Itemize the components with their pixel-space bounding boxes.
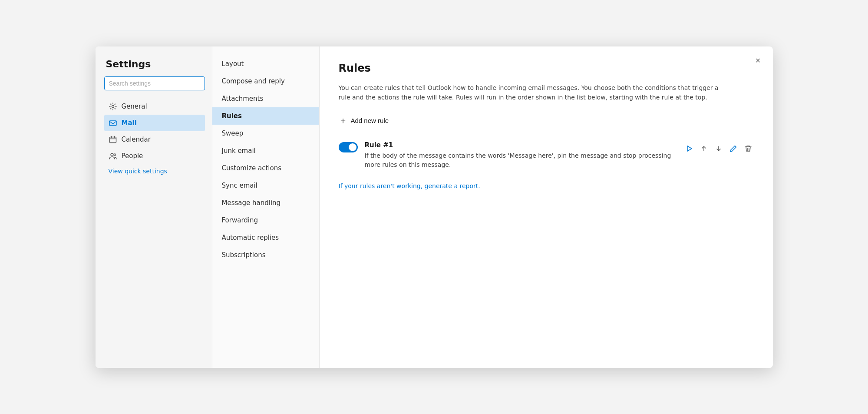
page-title: Rules xyxy=(339,62,754,74)
sidebar-item-mail-label: Mail xyxy=(122,119,137,127)
middle-item-compose-reply[interactable]: Compose and reply xyxy=(212,73,319,90)
rule-name: Rule #1 xyxy=(365,141,677,149)
middle-item-attachments[interactable]: Attachments xyxy=(212,90,319,107)
middle-item-junk-email[interactable]: Junk email xyxy=(212,142,319,159)
middle-item-sync-email[interactable]: Sync email xyxy=(212,177,319,194)
delete-rule-button[interactable] xyxy=(743,143,754,154)
middle-item-customize-actions[interactable]: Customize actions xyxy=(212,159,319,177)
svg-rect-2 xyxy=(109,137,116,142)
sidebar-item-calendar-label: Calendar xyxy=(122,136,151,143)
svg-point-3 xyxy=(111,153,113,156)
rules-description: You can create rules that tell Outlook h… xyxy=(339,83,729,103)
view-quick-settings-link[interactable]: View quick settings xyxy=(104,165,205,177)
middle-item-layout[interactable]: Layout xyxy=(212,55,319,73)
move-down-button[interactable] xyxy=(713,143,724,154)
rule-row: Rule #1 If the body of the message conta… xyxy=(339,137,754,174)
gear-icon xyxy=(109,102,117,111)
sidebar-item-mail[interactable]: Mail xyxy=(104,115,205,131)
sidebar-item-calendar[interactable]: Calendar xyxy=(104,131,205,148)
add-new-rule-label: Add new rule xyxy=(351,117,389,124)
middle-panel: Layout Compose and reply Attachments Rul… xyxy=(212,46,320,368)
rule-content: Rule #1 If the body of the message conta… xyxy=(365,141,677,169)
run-rule-button[interactable] xyxy=(683,143,695,154)
svg-marker-5 xyxy=(687,146,692,151)
sidebar-item-general-label: General xyxy=(122,103,147,110)
add-icon: ＋ xyxy=(339,116,347,125)
left-panel: Settings General Mail xyxy=(96,46,212,368)
sidebar-item-general[interactable]: General xyxy=(104,98,205,115)
svg-point-4 xyxy=(114,154,116,156)
svg-point-0 xyxy=(112,105,114,107)
sidebar-item-people[interactable]: People xyxy=(104,148,205,164)
middle-item-message-handling[interactable]: Message handling xyxy=(212,194,319,212)
settings-title: Settings xyxy=(104,59,205,70)
svg-rect-1 xyxy=(109,121,116,126)
middle-item-sweep[interactable]: Sweep xyxy=(212,125,319,142)
calendar-icon xyxy=(109,135,117,144)
edit-rule-button[interactable] xyxy=(728,143,739,154)
middle-item-forwarding[interactable]: Forwarding xyxy=(212,212,319,229)
generate-report-link[interactable]: If your rules aren't working, generate a… xyxy=(339,182,754,189)
mail-icon xyxy=(109,119,117,127)
people-icon xyxy=(109,152,117,160)
move-up-button[interactable] xyxy=(698,143,710,154)
sidebar-item-people-label: People xyxy=(122,152,143,160)
middle-item-automatic-replies[interactable]: Automatic replies xyxy=(212,229,319,246)
add-new-rule-button[interactable]: ＋ Add new rule xyxy=(339,114,389,126)
rule-actions xyxy=(683,143,754,154)
rule-description: If the body of the message contains the … xyxy=(365,151,677,169)
close-button[interactable]: × xyxy=(752,54,764,66)
middle-item-subscriptions[interactable]: Subscriptions xyxy=(212,246,319,264)
toggle-knob xyxy=(349,143,356,151)
rule-toggle[interactable] xyxy=(339,142,358,152)
middle-item-rules[interactable]: Rules xyxy=(212,107,319,125)
main-content: × Rules You can create rules that tell O… xyxy=(320,46,773,368)
search-input[interactable] xyxy=(104,76,205,90)
settings-dialog: Settings General Mail xyxy=(96,46,773,368)
